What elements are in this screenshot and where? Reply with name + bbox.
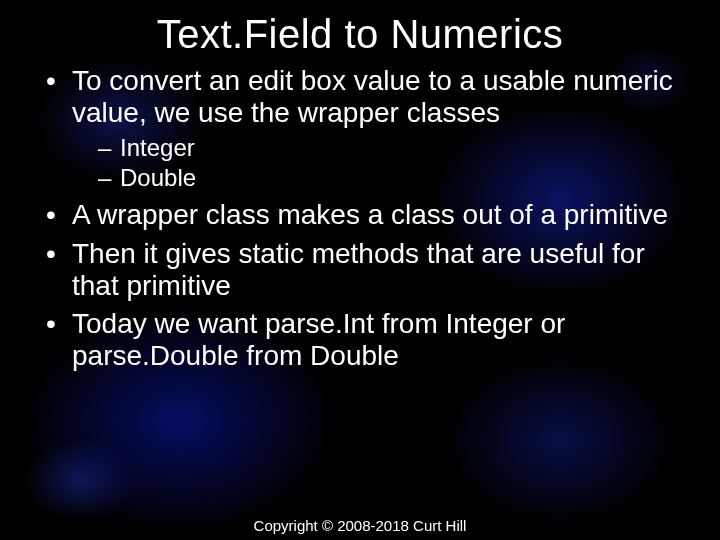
sub-bullet-text: Integer — [120, 134, 195, 161]
copyright-footer: Copyright © 2008-2018 Curt Hill — [0, 517, 720, 534]
bullet-item: To convert an edit box value to a usable… — [42, 65, 692, 193]
bullet-text: Today we want parse.Int from Integer or … — [72, 308, 565, 371]
bullet-text: Then it gives static methods that are us… — [72, 238, 645, 301]
sub-bullet-text: Double — [120, 164, 196, 191]
bullet-text: A wrapper class makes a class out of a p… — [72, 199, 668, 230]
bullet-item: Today we want parse.Int from Integer or … — [42, 308, 692, 372]
slide: Text.Field to Numerics To convert an edi… — [0, 0, 720, 540]
sub-bullet-list: Integer Double — [72, 133, 692, 193]
bullet-text: To convert an edit box value to a usable… — [72, 65, 673, 128]
bullet-item: A wrapper class makes a class out of a p… — [42, 199, 692, 231]
sub-bullet-item: Double — [98, 163, 692, 193]
slide-title: Text.Field to Numerics — [28, 12, 692, 57]
bullet-list: To convert an edit box value to a usable… — [28, 65, 692, 372]
sub-bullet-item: Integer — [98, 133, 692, 163]
bullet-item: Then it gives static methods that are us… — [42, 238, 692, 302]
